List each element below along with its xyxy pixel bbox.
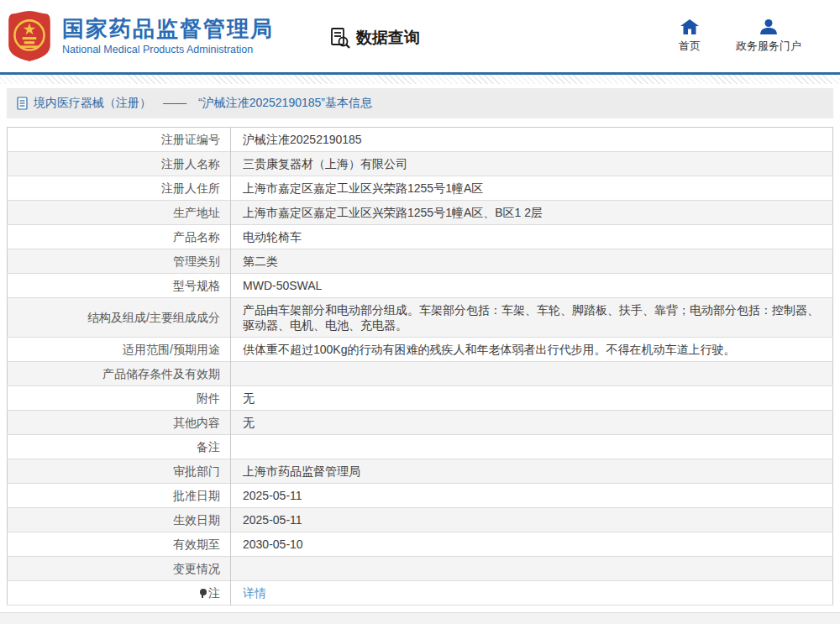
- row-value: 产品由车架部分和电动部分组成。车架部分包括：车架、车轮、脚踏板、扶手、靠背；电动…: [231, 298, 833, 338]
- row-label: 生产地址: [8, 201, 231, 225]
- footer-strip: [0, 612, 840, 624]
- row-label: 型号规格: [8, 274, 231, 298]
- row-label: 其他内容: [8, 411, 231, 435]
- table-row: 附件无: [8, 386, 833, 411]
- row-value: 三贵康复器材（上海）有限公司: [231, 152, 833, 176]
- row-value: 2030-05-10: [231, 532, 833, 557]
- row-value: 详情: [231, 581, 833, 606]
- org-title-block: 国家药品监督管理局 National Medical Products Admi…: [62, 17, 274, 56]
- breadcrumb-text: 境内医疗器械（注册） —— “沪械注准20252190185”基本信息: [34, 96, 372, 111]
- row-label: 附件: [8, 386, 231, 411]
- table-row: 结构及组成/主要组成成分产品由车架部分和电动部分组成。车架部分包括：车架、车轮、…: [8, 298, 833, 338]
- top-nav: 首页 政务服务门户: [679, 19, 816, 54]
- site-header: 国家药品监督管理局 National Medical Products Admi…: [0, 0, 840, 72]
- org-name-cn: 国家药品监督管理局: [62, 17, 274, 42]
- row-label: 注册人名称: [8, 152, 231, 176]
- row-value: 沪械注准20252190185: [231, 128, 833, 152]
- table-row: 生产地址上海市嘉定区嘉定工业区兴荣路1255号1幢A区、B区1 2层: [8, 201, 833, 225]
- data-query-label: 数据查询: [356, 27, 420, 49]
- row-value: 供体重不超过100Kg的行动有困难的残疾人和年老体弱者出行代步用。不得在机动车道…: [231, 338, 833, 362]
- table-row: 适用范围/预期用途供体重不超过100Kg的行动有困难的残疾人和年老体弱者出行代步…: [8, 338, 833, 362]
- row-value: 2025-05-11: [231, 508, 833, 532]
- table-row: 注册证编号沪械注准20252190185: [8, 128, 833, 152]
- row-value: [231, 557, 833, 581]
- nav-portal-label: 政务服务门户: [736, 39, 801, 54]
- table-row: 变更情况: [8, 557, 833, 581]
- row-value: [231, 435, 833, 459]
- row-value: [231, 362, 833, 386]
- national-emblem-icon: [7, 10, 52, 62]
- data-query-icon: [329, 27, 351, 49]
- row-label: 管理类别: [8, 249, 231, 274]
- hatch-band: [0, 75, 840, 84]
- row-value: 无: [231, 386, 833, 411]
- table-row: 生效日期2025-05-11: [8, 508, 833, 532]
- row-value: 上海市药品监督管理局: [231, 459, 833, 484]
- breadcrumb: 境内医疗器械（注册） —— “沪械注准20252190185”基本信息: [7, 88, 833, 118]
- table-row: 注册人住所上海市嘉定区嘉定工业区兴荣路1255号1幢A区: [8, 176, 833, 201]
- row-value: 电动轮椅车: [231, 225, 833, 249]
- row-value: 无: [231, 411, 833, 435]
- row-label: 注册人住所: [8, 176, 231, 201]
- row-label: 生效日期: [8, 508, 231, 532]
- row-value: 2025-05-11: [231, 484, 833, 508]
- row-label: 批准日期: [8, 484, 231, 508]
- home-icon: [680, 19, 699, 34]
- row-label: 适用范围/预期用途: [8, 338, 231, 362]
- nav-home[interactable]: 首页: [679, 19, 701, 54]
- info-table-body: 注册证编号沪械注准20252190185注册人名称三贵康复器材（上海）有限公司注…: [8, 128, 833, 606]
- table-row: 注详情: [8, 581, 833, 606]
- row-label: 结构及组成/主要组成成分: [8, 298, 231, 338]
- pin-icon: [199, 589, 207, 598]
- nav-home-label: 首页: [679, 39, 701, 54]
- data-query-section: 数据查询: [329, 27, 420, 49]
- row-value: 上海市嘉定区嘉定工业区兴荣路1255号1幢A区: [231, 176, 833, 201]
- table-row: 批准日期2025-05-11: [8, 484, 833, 508]
- row-label: 备注: [8, 435, 231, 459]
- row-label: 变更情况: [8, 557, 231, 581]
- row-label: 产品名称: [8, 225, 231, 249]
- user-icon: [760, 19, 777, 34]
- row-value: MWD-50SWAL: [231, 274, 833, 298]
- table-row: 有效期至2030-05-10: [8, 532, 833, 557]
- table-row: 审批部门上海市药品监督管理局: [8, 459, 833, 484]
- org-name-en: National Medical Products Administration: [62, 44, 274, 55]
- detail-link[interactable]: 详情: [243, 586, 266, 600]
- row-label: 有效期至: [8, 532, 231, 557]
- table-row: 管理类别第二类: [8, 249, 833, 274]
- row-label: 注: [8, 581, 231, 606]
- table-row: 其他内容无: [8, 411, 833, 435]
- row-label: 审批部门: [8, 459, 231, 484]
- table-row: 备注: [8, 435, 833, 459]
- row-value: 上海市嘉定区嘉定工业区兴荣路1255号1幢A区、B区1 2层: [231, 201, 833, 225]
- table-row: 产品名称电动轮椅车: [8, 225, 833, 249]
- page: 国家药品监督管理局 National Medical Products Admi…: [0, 0, 840, 624]
- nmpa-logo[interactable]: 国家药品监督管理局 National Medical Products Admi…: [7, 10, 274, 62]
- table-row: 产品储存条件及有效期: [8, 362, 833, 386]
- table-row: 型号规格MWD-50SWAL: [8, 274, 833, 298]
- document-icon: [17, 97, 28, 110]
- info-table: 注册证编号沪械注准20252190185注册人名称三贵康复器材（上海）有限公司注…: [7, 127, 833, 606]
- row-value: 第二类: [231, 249, 833, 274]
- table-row: 注册人名称三贵康复器材（上海）有限公司: [8, 152, 833, 176]
- row-label: 产品储存条件及有效期: [8, 362, 231, 386]
- nav-portal[interactable]: 政务服务门户: [736, 19, 801, 54]
- row-label: 注册证编号: [8, 128, 231, 152]
